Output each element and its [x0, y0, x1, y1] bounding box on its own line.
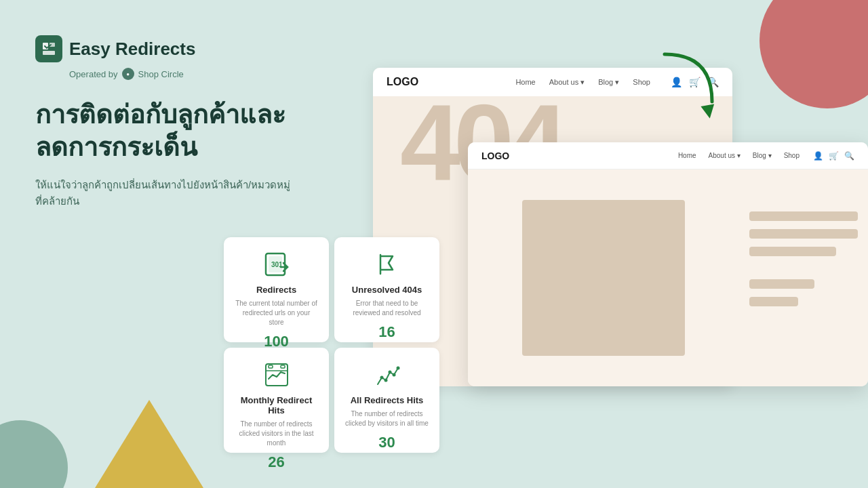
browser-front-nav: LOGO Home About us ▾ Blog ▾ Shop 👤 🛒 🔍 [468, 142, 868, 169]
front-nav-logo: LOGO [481, 150, 509, 161]
card-all-hits-desc: The number of redirects clicked by visit… [345, 409, 429, 428]
curved-arrow [651, 47, 732, 129]
svg-point-14 [392, 373, 395, 377]
left-panel: Easy Redirects Operated by ● Shop Circle… [35, 35, 293, 209]
placeholder-bar [749, 297, 798, 306]
cards-container: 301 Redirects The current total number o… [224, 237, 439, 453]
card-unresolved-number: 16 [378, 323, 395, 341]
sub-text: ให้แน่ใจว่าลูกค้าถูกเปลี่ยนเส้นทางไปยังห… [35, 177, 293, 209]
placeholder-bar [749, 229, 858, 239]
card-unresolved: Unresolved 404s Error that need to be re… [334, 237, 439, 342]
card-monthly-name: Monthly Redirect Hits [235, 395, 318, 415]
brand-logo-icon [35, 35, 62, 62]
browser-front: LOGO Home About us ▾ Blog ▾ Shop 👤 🛒 🔍 [468, 142, 868, 386]
redirects-icon: 301 [262, 249, 292, 279]
chart-all-icon [372, 360, 402, 390]
placeholder-bar [749, 279, 814, 289]
card-monthly-desc: The number of redirects clicked visitors… [235, 420, 318, 448]
card-unresolved-desc: Error that need to be reviewed and resol… [345, 299, 429, 318]
card-monthly: Monthly Redirect Hits The number of redi… [224, 348, 329, 453]
front-nav-links: Home About us ▾ Blog ▾ Shop [678, 152, 800, 159]
svg-rect-9 [281, 365, 285, 368]
svg-rect-7 [266, 364, 288, 386]
front-search-icon: 🔍 [844, 151, 854, 161]
card-monthly-number: 26 [268, 453, 284, 471]
card-unresolved-name: Unresolved 404s [352, 285, 422, 295]
brand-header: Easy Redirects [35, 35, 293, 62]
card-redirects: 301 Redirects The current total number o… [224, 237, 329, 342]
svg-point-12 [384, 379, 387, 382]
browser-front-body [468, 169, 868, 386]
card-redirects-name: Redirects [256, 285, 296, 295]
svg-point-11 [380, 376, 383, 380]
front-nav-icons: 👤 🛒 🔍 [813, 151, 854, 161]
front-cart-icon: 🛒 [829, 151, 839, 161]
svg-point-15 [396, 367, 399, 370]
front-user-icon: 👤 [813, 151, 823, 161]
card-redirects-desc: The current total number of redirected u… [235, 299, 318, 327]
svg-point-13 [388, 371, 391, 374]
brand-title: Easy Redirects [69, 39, 195, 60]
svg-rect-2 [43, 51, 55, 55]
product-placeholder [522, 200, 685, 356]
deco-triangle-bottom [95, 400, 203, 488]
front-sidebar [739, 169, 868, 386]
right-panel: LOGO Home About us ▾ Blog ▾ Shop 👤 🛒 🔍 4… [373, 68, 868, 454]
flag-icon [372, 249, 402, 279]
front-main-content [468, 169, 739, 386]
svg-marker-3 [701, 104, 716, 119]
chart-monthly-icon [262, 360, 292, 390]
brand-subtitle: Operated by ● Shop Circle [69, 68, 293, 80]
card-all-hits-name: All Redirects Hits [351, 395, 424, 405]
placeholder-bar [749, 247, 836, 256]
deco-circle-bottom-left [0, 420, 68, 488]
placeholder-bar [749, 211, 858, 221]
main-heading: การติดต่อกับลูกค้าและลดการกระเด็น [35, 99, 293, 163]
card-all-hits: All Redirects Hits The number of redirec… [334, 348, 439, 453]
card-all-hits-number: 30 [378, 434, 395, 451]
svg-rect-8 [269, 365, 273, 368]
shop-circle-icon: ● [122, 68, 134, 80]
